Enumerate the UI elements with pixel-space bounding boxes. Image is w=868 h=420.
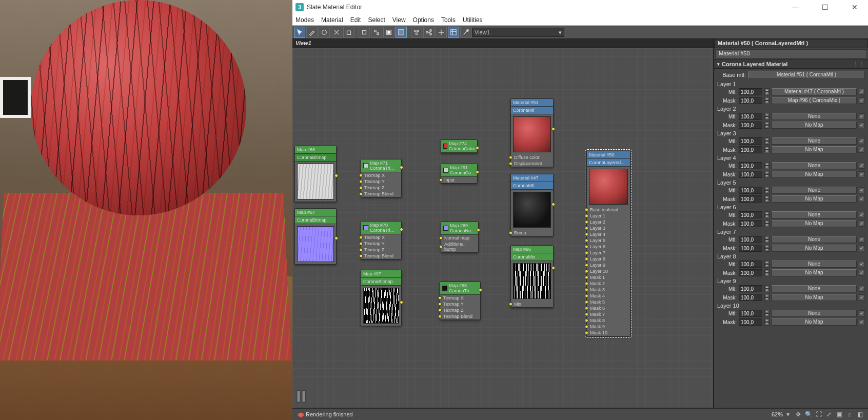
layer-4-mask-check[interactable]: [859, 171, 865, 177]
spinner[interactable]: 100,0: [739, 269, 762, 276]
node-material51[interactable]: Material #51 CoronaMtl Diffuse color Dis…: [510, 98, 554, 167]
node-map96[interactable]: Map #96 CoronaMix Mix: [510, 245, 554, 308]
layer-2-mask-slot[interactable]: No Map: [772, 122, 857, 129]
spinner[interactable]: 100,0: [739, 211, 762, 218]
pointer-tool[interactable]: [294, 27, 305, 38]
spinner-arrows[interactable]: ▲▼: [764, 220, 770, 227]
layer-8-mask-check[interactable]: [859, 270, 865, 276]
node-graph[interactable]: Map #66 CoronaBitmap Map #67 CoronaBitma…: [292, 48, 713, 408]
layer-1-mtl-check[interactable]: [859, 89, 865, 95]
layer-9-mask-slot[interactable]: No Map: [772, 294, 857, 301]
spinner-arrows[interactable]: ▲▼: [764, 294, 770, 301]
node-map66[interactable]: Map #66 CoronaBitmap: [294, 146, 337, 202]
base-mtl-slot[interactable]: Material #51 ( CoronaMtl ): [748, 71, 865, 79]
spinner-arrows[interactable]: ▲▼: [764, 195, 770, 203]
layer-10-mtl-slot[interactable]: None: [772, 310, 857, 317]
spinner[interactable]: 100,0: [739, 236, 762, 243]
spinner-arrows[interactable]: ▲▼: [764, 146, 770, 153]
spinner-arrows[interactable]: ▲▼: [764, 285, 770, 292]
node-map67[interactable]: Map #67 CoronaBitmap: [294, 208, 337, 265]
spinner[interactable]: 100,0: [739, 122, 762, 129]
layer-1-mask-slot[interactable]: Map #96 ( CoronaMix ): [772, 97, 857, 104]
layer-6-mtl-slot[interactable]: None: [772, 211, 857, 218]
layer-5-mask-check[interactable]: [859, 196, 865, 202]
zoom-tool-icon[interactable]: 🔍: [804, 410, 813, 418]
spinner[interactable]: 100,0: [739, 137, 762, 145]
node-map70[interactable]: Map #70CoronaTri... Texmap X Texmap Y Te…: [361, 221, 402, 259]
layer-2-mask-check[interactable]: [859, 122, 865, 128]
view-tab[interactable]: View1: [292, 39, 713, 48]
menu-material[interactable]: Material: [321, 16, 343, 24]
spinner[interactable]: 100,0: [739, 195, 762, 203]
spinner-arrows[interactable]: ▲▼: [764, 236, 770, 243]
layer-4-mtl-check[interactable]: [859, 163, 865, 169]
move-children-tool[interactable]: [359, 27, 370, 38]
layer-9-mtl-slot[interactable]: None: [772, 285, 857, 292]
zoom-down-icon[interactable]: ▾: [784, 410, 792, 418]
param-editor-button[interactable]: [448, 27, 459, 38]
spinner-arrows[interactable]: ▲▼: [764, 171, 770, 178]
spinner-arrows[interactable]: ▲▼: [764, 137, 770, 145]
layout-all-button[interactable]: [411, 27, 422, 38]
node-map91[interactable]: Map #91CoronaCo... Input: [441, 164, 478, 184]
navigator-icon[interactable]: [297, 390, 306, 403]
zoom-extents-icon[interactable]: ⤢: [825, 410, 833, 418]
spinner[interactable]: 100,0: [739, 162, 762, 169]
node-map69[interactable]: Map #69CoronaNo... Normal map Additional…: [441, 222, 479, 253]
spinner-arrows[interactable]: ▲▼: [764, 122, 770, 129]
spinner-arrows[interactable]: ▲▼: [764, 113, 770, 120]
spinner[interactable]: 100,0: [739, 113, 762, 120]
layer-6-mtl-check[interactable]: [859, 212, 865, 218]
layer-9-mask-check[interactable]: [859, 294, 865, 301]
menu-utilities[interactable]: Utilities: [463, 16, 483, 24]
layer-7-mtl-slot[interactable]: None: [772, 236, 857, 243]
assign-material-tool[interactable]: [319, 27, 330, 38]
spinner[interactable]: 100,0: [739, 318, 762, 326]
layer-3-mask-check[interactable]: [859, 147, 865, 153]
layer-8-mtl-check[interactable]: [859, 261, 865, 267]
by-name-button[interactable]: [460, 27, 471, 38]
pan-home-icon[interactable]: ⌂: [845, 410, 854, 418]
fit-icon[interactable]: ▣: [835, 410, 843, 418]
layer-10-mask-check[interactable]: [859, 319, 865, 325]
spinner-arrows[interactable]: ▲▼: [764, 269, 770, 276]
maximize-button[interactable]: ☐: [815, 3, 835, 11]
layer-5-mask-slot[interactable]: No Map: [772, 195, 857, 203]
spinner-arrows[interactable]: ▲▼: [764, 310, 770, 317]
spinner[interactable]: 100,0: [739, 294, 762, 301]
spinner[interactable]: 100,0: [739, 88, 762, 95]
pick-material-tool[interactable]: [306, 27, 318, 38]
layer-7-mask-slot[interactable]: No Map: [772, 245, 857, 252]
menu-tools[interactable]: Tools: [441, 16, 456, 24]
node-material50[interactable]: Material #50 CoronaLayered... Base mater…: [586, 151, 630, 336]
layer-4-mask-slot[interactable]: No Map: [772, 171, 857, 178]
menu-select[interactable]: Select: [368, 16, 385, 24]
spinner-arrows[interactable]: ▲▼: [764, 88, 770, 95]
node-map71[interactable]: Map #71CoronaTri... Texmap X Texmap Y Te…: [361, 159, 402, 197]
spinner[interactable]: 100,0: [739, 187, 762, 194]
spinner[interactable]: 100,0: [739, 261, 762, 268]
layer-6-mask-slot[interactable]: No Map: [772, 220, 857, 227]
menu-view[interactable]: View: [392, 16, 406, 24]
breadcrumb[interactable]: Material #50: [715, 49, 867, 58]
layer-8-mask-slot[interactable]: No Map: [772, 269, 857, 276]
layer-7-mtl-check[interactable]: [859, 236, 865, 243]
trash-button[interactable]: [343, 27, 354, 38]
layer-4-mtl-slot[interactable]: None: [772, 162, 857, 169]
arrange-icon[interactable]: ◧: [856, 410, 864, 418]
delete-button[interactable]: [331, 27, 342, 38]
menu-edit[interactable]: Edit: [350, 16, 361, 24]
layer-3-mtl-slot[interactable]: None: [772, 137, 857, 145]
zoom-region-icon[interactable]: ⛶: [815, 410, 823, 418]
node-map97[interactable]: Map #97 CoronaBitmap: [361, 270, 402, 326]
node-map74[interactable]: Map #74CoronaColor: [441, 139, 478, 153]
spinner[interactable]: 100,0: [739, 97, 762, 104]
layer-10-mtl-check[interactable]: [859, 310, 865, 316]
spinner-arrows[interactable]: ▲▼: [764, 187, 770, 194]
show-map-tool[interactable]: [383, 27, 394, 38]
spinner-arrows[interactable]: ▲▼: [764, 261, 770, 268]
layer-5-mtl-slot[interactable]: None: [772, 187, 857, 194]
layer-7-mask-check[interactable]: [859, 245, 865, 251]
layer-6-mask-check[interactable]: [859, 221, 865, 227]
spinner[interactable]: 100,0: [739, 285, 762, 292]
